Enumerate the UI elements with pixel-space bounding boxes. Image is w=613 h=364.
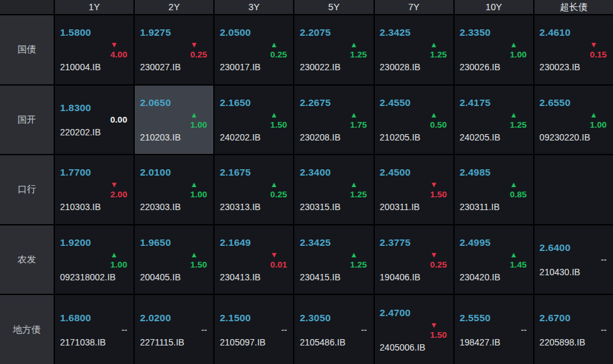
change-number: 1.50 [190, 260, 207, 269]
bond-code: 240205.IB [460, 132, 527, 143]
change-value: 0.00 [110, 115, 127, 125]
quote-cell[interactable]: 2.3400▲1.25230315.IB [294, 155, 373, 224]
change-value: ▲1.00 [190, 110, 207, 130]
change-number: 2.00 [110, 190, 127, 199]
quote-cell[interactable]: 2.2675▲1.75230208.IB [294, 86, 373, 155]
change-number: 1.25 [350, 260, 367, 269]
quote-cell[interactable]: 2.1675▲0.25230313.IB [215, 155, 293, 224]
column-header-7y: 7Y [375, 0, 453, 14]
change-value: ▲1.50 [190, 250, 207, 270]
yield-value: 1.9200 [60, 236, 127, 249]
column-header-3y: 3Y [215, 0, 293, 14]
quote-cell[interactable]: 2.0500▲0.25230017.IB [215, 15, 293, 84]
change-number: 1.00 [110, 260, 127, 269]
quote-cell[interactable]: 1.83000.00220202.IB [55, 86, 133, 155]
change-number: 1.25 [350, 190, 367, 199]
up-arrow-icon: ▲ [510, 250, 526, 260]
change-value: ▼0.25 [430, 250, 446, 270]
quote-cell[interactable]: 1.5800▼4.00210004.IB [55, 15, 133, 84]
change-value: ▲1.00 [510, 40, 527, 60]
change-number: 1.50 [430, 190, 446, 199]
change-value: ▼4.00 [110, 40, 127, 60]
quote-cell[interactable]: 2.1649▼0.01230413.IB [215, 225, 293, 294]
quote-cell[interactable]: 2.4985▲0.85230311.IB [455, 155, 533, 224]
change-number: 1.25 [510, 120, 527, 130]
change-number: 0.50 [430, 120, 446, 130]
quote-cell[interactable]: 1.9275▼0.25230027.IB [135, 15, 213, 84]
change-number: 0.85 [510, 190, 527, 199]
bond-code: 230026.IB [460, 61, 527, 73]
quote-cell[interactable]: 2.3425▲1.25230028.IB [375, 15, 453, 84]
row-label-农发: 农发 [0, 225, 54, 294]
up-arrow-icon: ▲ [270, 40, 286, 50]
change-number: 1.25 [350, 50, 367, 59]
quote-cell[interactable]: 2.3425▲1.25230415.IB [294, 225, 373, 294]
quote-cell[interactable]: 2.4500▼1.50200311.IB [375, 155, 453, 224]
quote-cell[interactable]: 1.9650▲1.50200405.IB [135, 225, 213, 294]
yield-value: 1.9275 [140, 26, 207, 39]
quote-cell[interactable]: 2.3775▼0.25190406.IB [375, 225, 453, 294]
yield-value: 2.3425 [380, 26, 447, 39]
change-number: 1.00 [510, 50, 527, 59]
yield-value: 1.6800 [60, 312, 127, 324]
quote-cell[interactable]: 1.9200▲1.00092318002.IB [55, 225, 133, 294]
change-value: ▼1.50 [430, 320, 446, 340]
up-arrow-icon: ▲ [270, 179, 286, 190]
bond-quote-board: 1Y2Y3Y5Y7Y10Y超长债国债1.5800▼4.00210004.IB1.… [0, 0, 613, 364]
quote-cell[interactable]: 2.0650▲1.00210203.IB [135, 86, 213, 155]
change-number: 0.25 [270, 50, 287, 59]
yield-value: 2.0100 [140, 166, 207, 179]
up-arrow-icon: ▲ [350, 179, 366, 190]
quote-cell[interactable]: 2.4175▲1.25240205.IB [455, 86, 533, 155]
column-header-1y: 1Y [55, 0, 133, 14]
yield-value: 1.9650 [140, 236, 207, 249]
up-arrow-icon: ▲ [350, 40, 366, 50]
bond-code: 230028.IB [380, 61, 447, 73]
quote-cell[interactable]: 2.6400--210430.IB [534, 225, 613, 294]
change-number: 0.01 [270, 260, 287, 269]
change-value: ▲1.75 [350, 110, 367, 130]
yield-value: 2.2675 [299, 96, 367, 109]
quote-cell[interactable]: 2.0100▲1.00220303.IB [135, 155, 213, 224]
quote-cell[interactable]: 2.3050--2105486.IB [294, 295, 373, 364]
change-number: 1.00 [190, 120, 207, 130]
quote-cell[interactable]: 2.4610▼0.15230023.IB [534, 15, 613, 84]
down-arrow-icon: ▼ [430, 320, 446, 330]
yield-value: 2.4500 [380, 166, 447, 179]
yield-value: 2.0500 [220, 26, 287, 39]
quote-cell[interactable]: 2.0200--2271115.IB [135, 295, 213, 364]
bond-code: 230017.IB [220, 61, 287, 73]
quote-cell[interactable] [534, 155, 613, 224]
quote-cell[interactable]: 2.5550--198427.IB [455, 295, 533, 364]
yield-value: 2.4610 [540, 26, 607, 39]
yield-value: 1.5800 [60, 26, 127, 39]
quote-cell[interactable]: 2.3350▲1.00230026.IB [455, 15, 533, 84]
quote-cell[interactable]: 1.7700▼2.00210303.IB [55, 155, 133, 224]
yield-value: 2.1649 [220, 236, 287, 249]
yield-value: 2.0650 [140, 96, 207, 109]
yield-value: 2.3050 [299, 312, 367, 324]
bond-code: 230022.IB [299, 61, 367, 73]
quote-cell[interactable]: 2.6550▲1.0009230220.IB [534, 86, 613, 155]
change-number: 1.75 [350, 120, 367, 130]
quote-cell[interactable]: 1.6800--2171038.IB [55, 295, 133, 364]
up-arrow-icon: ▲ [510, 179, 526, 190]
quote-cell[interactable]: 2.4550▲0.50210205.IB [375, 86, 453, 155]
bond-code: 230420.IB [460, 271, 527, 283]
yield-value: 1.7700 [60, 166, 127, 179]
change-number: 1.50 [430, 330, 446, 340]
yield-value: 2.3425 [299, 236, 367, 249]
quote-cell[interactable]: 2.1500--2105097.IB [215, 295, 293, 364]
quote-cell[interactable]: 2.1650▲1.50240202.IB [215, 86, 293, 155]
quote-cell[interactable]: 2.2075▲1.25230022.IB [294, 15, 373, 84]
up-arrow-icon: ▲ [190, 110, 206, 120]
yield-value: 2.3350 [460, 26, 527, 39]
change-value: ▲1.25 [430, 40, 446, 60]
yield-value: 1.8300 [60, 102, 127, 114]
quote-cell[interactable]: 2.4700▼1.502405006.IB [375, 295, 453, 364]
column-header-5y: 5Y [294, 0, 373, 14]
yield-value: 2.1650 [220, 96, 287, 109]
quote-cell[interactable]: 2.6700--2205898.IB [534, 295, 613, 364]
change-number: 1.45 [510, 260, 527, 269]
quote-cell[interactable]: 2.4995▲1.45230420.IB [455, 225, 533, 294]
